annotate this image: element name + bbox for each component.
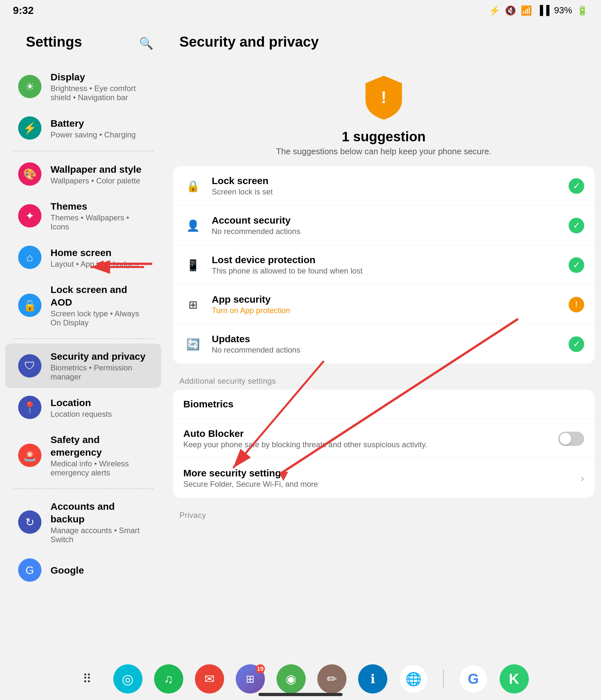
sec-text-lockscreen: Lock screen Screen lock is set (212, 175, 569, 196)
icon-location: 📍 (18, 396, 42, 419)
lockscreen-icon-symbol: 🔒 (23, 299, 36, 312)
icon-wallpaper: 🎨 (18, 162, 42, 186)
sec-status-accountsecurity: ✓ (569, 218, 584, 233)
nav-google[interactable]: G (459, 664, 488, 694)
sec-text-updates: Updates No recommended actions (212, 333, 569, 354)
sec-status-lockscreen: ✓ (569, 178, 584, 194)
security-items-list: 🔒 Lock screen Screen lock is set ✓ 👤 Acc… (173, 166, 595, 364)
nav-apps[interactable]: ⊞ 19 (236, 664, 265, 694)
svg-text:!: ! (381, 88, 386, 107)
wifi-icon: 📶 (521, 5, 532, 16)
sec-icon-updates: 🔄 (183, 334, 203, 354)
sec-icon-accountsecurity: 👤 (183, 216, 203, 235)
item-title-lockscreen: Lock screen and AOD (51, 283, 148, 308)
bottom-nav: ⠿ ◎ ♫ ✉ ⊞ 19 ◉ ✏ ℹ 🌐 G K (0, 658, 601, 700)
add-item-text-biometrics: Biometrics (183, 399, 584, 410)
add-title-autoblocker: Auto Blocker (183, 428, 558, 439)
nav-studio[interactable]: ✏ (317, 664, 346, 694)
settings-item-google[interactable]: G Google (5, 552, 161, 588)
themes-icon-symbol: ✦ (25, 209, 34, 222)
item-subtitle-accounts: Manage accounts • Smart Switch (51, 526, 148, 544)
battery-icon: 🔋 (577, 5, 588, 16)
add-item-text-moresecurity: More security settings Secure Folder, Se… (183, 468, 581, 489)
add-title-biometrics: Biometrics (183, 399, 584, 410)
sec-title-updates: Updates (212, 333, 569, 345)
sec-status-updates: ✓ (569, 336, 584, 352)
add-subtitle-moresecurity: Secure Folder, Secure Wi-Fi, and more (183, 480, 581, 489)
security-item-updates[interactable]: 🔄 Updates No recommended actions ✓ (173, 324, 595, 364)
nav-password[interactable]: ℹ (358, 664, 387, 694)
settings-item-display[interactable]: ☀ Display Brightness • Eye comfort shiel… (5, 64, 161, 108)
left-panel: Settings 🔍 ☀ Display Brightness • Eye co… (0, 21, 166, 658)
security-item-lostdevice[interactable]: 📱 Lost device protection This phone is a… (173, 245, 595, 285)
item-text-battery: Battery Power saving • Charging (51, 117, 148, 139)
sec-status-icon-lostdevice: ✓ (573, 259, 580, 270)
display-icon-symbol: ☀ (25, 80, 35, 93)
add-item-biometrics[interactable]: Biometrics (173, 390, 595, 419)
settings-item-themes[interactable]: ✦ Themes Themes • Wallpapers • Icons (5, 194, 161, 238)
icon-battery: ⚡ (18, 116, 42, 140)
item-title-security: Security and privacy (51, 350, 148, 362)
sec-subtitle-updates: No recommended actions (212, 346, 569, 354)
battery-level: 93% (554, 5, 572, 16)
sec-subtitle-accountsecurity: No recommended actions (212, 227, 569, 236)
nav-spotify[interactable]: ♫ (154, 664, 183, 694)
item-text-accounts: Accounts and backup Manage accounts • Sm… (51, 500, 148, 544)
security-item-accountsecurity[interactable]: 👤 Account security No recommended action… (173, 206, 595, 245)
status-bar: 9:32 ⚡ 🔇 📶 ▐▐ 93% 🔋 (0, 0, 601, 21)
item-text-themes: Themes Themes • Wallpapers • Icons (51, 200, 148, 231)
item-subtitle-display: Brightness • Eye comfort shield • Naviga… (51, 84, 148, 102)
icon-homescreen: ⌂ (18, 246, 42, 269)
settings-item-security[interactable]: 🛡 Security and privacy Biometrics • Perm… (5, 344, 161, 388)
settings-title: Settings (13, 27, 95, 60)
location-icon-symbol: 📍 (23, 401, 36, 414)
settings-item-location[interactable]: 📍 Location Location requests (5, 389, 161, 426)
item-title-wallpaper: Wallpaper and style (51, 163, 148, 176)
search-button[interactable]: 🔍 (139, 36, 154, 50)
settings-item-accounts[interactable]: ↻ Accounts and backup Manage accounts • … (5, 494, 161, 551)
icon-security: 🛡 (18, 354, 42, 378)
item-text-google: Google (51, 564, 148, 577)
nav-grid[interactable]: ⠿ (73, 664, 102, 694)
security-item-appsecurity[interactable]: ⊞ App security Turn on App protection ! (173, 285, 595, 324)
shield-section: ! 1 suggestion The suggestions below can… (166, 60, 601, 166)
divider-after-battery (13, 151, 154, 151)
add-item-autoblocker[interactable]: Auto Blocker Keep your phone safe by blo… (173, 419, 595, 458)
nav-divider (443, 669, 444, 689)
shield-icon: ! (361, 73, 407, 121)
additional-card: Biometrics Auto Blocker Keep your phone … (173, 390, 595, 498)
nav-gmail[interactable]: ✉ (195, 664, 224, 694)
item-text-homescreen: Home screen Layout • App icon badges (51, 246, 148, 269)
item-title-location: Location (51, 396, 148, 409)
item-title-themes: Themes (51, 200, 148, 212)
item-text-location: Location Location requests (51, 396, 148, 419)
settings-item-lockscreen[interactable]: 🔒 Lock screen and AOD Screen lock type •… (5, 277, 161, 334)
item-text-wallpaper: Wallpaper and style Wallpapers • Color p… (51, 163, 148, 185)
sec-status-icon-accountsecurity: ✓ (573, 220, 580, 231)
item-subtitle-security: Biometrics • Permission manager (51, 363, 148, 381)
add-item-moresecurity[interactable]: More security settings Secure Folder, Se… (173, 458, 595, 498)
nav-camera[interactable]: ◎ (113, 664, 142, 694)
sec-text-accountsecurity: Account security No recommended actions (212, 215, 569, 236)
divider-after-safety (13, 489, 154, 489)
nav-maps[interactable]: ◉ (277, 664, 306, 694)
additional-security-label: Additional security settings (166, 370, 601, 390)
privacy-label: Privacy (166, 504, 601, 524)
sec-text-appsecurity: App security Turn on App protection (212, 294, 569, 315)
sec-title-appsecurity: App security (212, 294, 569, 305)
sec-title-accountsecurity: Account security (212, 215, 569, 226)
nav-chrome[interactable]: 🌐 (399, 664, 428, 694)
item-text-display: Display Brightness • Eye comfort shield … (51, 71, 148, 102)
item-subtitle-wallpaper: Wallpapers • Color palette (51, 176, 148, 185)
security-item-lockscreen[interactable]: 🔒 Lock screen Screen lock is set ✓ (173, 166, 595, 206)
item-title-safety: Safety and emergency (51, 433, 148, 458)
settings-item-homescreen[interactable]: ⌂ Home screen Layout • App icon badges (5, 239, 161, 275)
item-title-google: Google (51, 564, 148, 577)
icon-accounts: ↻ (18, 510, 42, 534)
battery-icon-symbol: ⚡ (23, 122, 36, 134)
settings-item-safety[interactable]: 🚨 Safety and emergency Medical info • Wi… (5, 427, 161, 484)
settings-item-battery[interactable]: ⚡ Battery Power saving • Charging (5, 110, 161, 146)
settings-item-wallpaper[interactable]: 🎨 Wallpaper and style Wallpapers • Color… (5, 156, 161, 192)
nav-klook[interactable]: K (500, 664, 529, 694)
toggle-autoblocker[interactable] (558, 432, 584, 446)
